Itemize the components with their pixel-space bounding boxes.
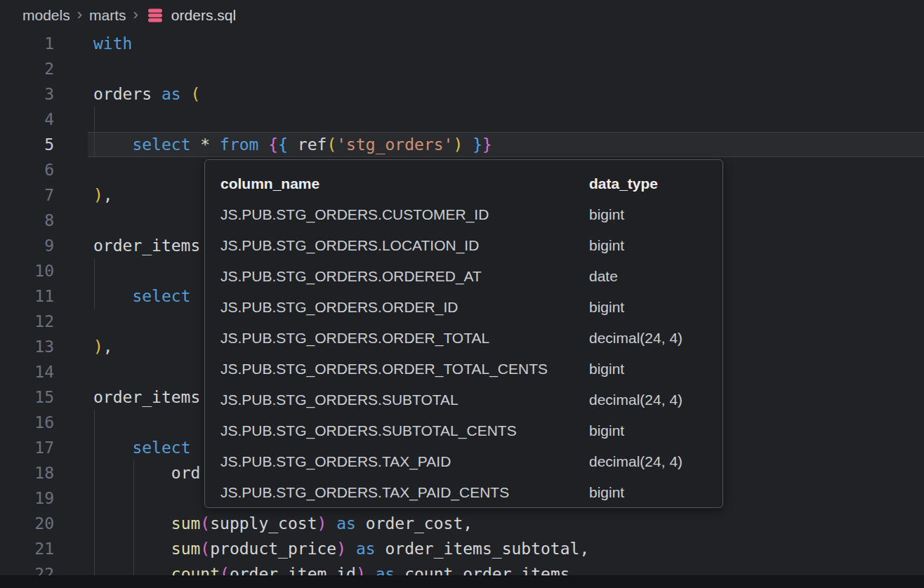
line-number: 11 (0, 283, 54, 309)
line-number: 14 (0, 359, 54, 385)
column-name-cell: JS.PUB.STG_ORDERS.CUSTOMER_ID (220, 206, 589, 223)
indent-guide (133, 486, 134, 511)
code-text[interactable]: sum(product_price) as order_items_subtot… (93, 536, 589, 561)
database-icon (147, 7, 164, 24)
hover-table-header: column_name data_type (220, 168, 722, 199)
data-type-cell: decimal(24, 4) (589, 330, 722, 347)
line-number: 9 (0, 233, 54, 258)
code-line[interactable]: 20 sum(supply_cost) as order_cost, (0, 511, 924, 536)
line-number: 19 (0, 486, 54, 511)
indent-guide (94, 107, 95, 132)
column-name-cell: JS.PUB.STG_ORDERS.SUBTOTAL (220, 392, 589, 408)
code-text[interactable]: order_items (93, 233, 200, 258)
bottom-panel-edge (0, 575, 924, 588)
column-name-cell: JS.PUB.STG_ORDERS.LOCATION_ID (220, 237, 589, 254)
code-text[interactable]: sum(supply_cost) as order_cost, (93, 511, 473, 536)
line-number: 6 (0, 157, 54, 182)
code-text[interactable]: orders as ( (93, 81, 200, 107)
line-number: 1 (0, 31, 54, 56)
line-number: 3 (0, 81, 54, 107)
line-number: 5 (0, 132, 54, 157)
column-name-cell: JS.PUB.STG_ORDERS.SUBTOTAL_CENTS (220, 422, 589, 439)
line-number: 7 (0, 182, 54, 208)
line-number: 15 (0, 385, 54, 410)
code-line[interactable]: 3orders as ( (0, 81, 924, 107)
column-name-cell: JS.PUB.STG_ORDERS.ORDER_ID (220, 299, 589, 316)
code-line[interactable]: 4 (0, 107, 924, 132)
line-number: 2 (0, 56, 54, 81)
data-type-cell: bigint (589, 484, 722, 501)
data-type-cell: bigint (589, 206, 722, 223)
indent-guide (94, 410, 95, 435)
line-number: 10 (0, 258, 54, 283)
code-line[interactable]: 2 (0, 56, 924, 81)
hover-table-row: JS.PUB.STG_ORDERS.ORDER_TOTALdecimal(24,… (220, 323, 722, 354)
line-number: 12 (0, 309, 54, 334)
chevron-right-icon: › (77, 7, 83, 25)
breadcrumb: models › marts › orders.sql (0, 0, 924, 31)
breadcrumb-item-marts[interactable]: marts (89, 7, 126, 24)
data-type-cell: decimal(24, 4) (589, 392, 722, 408)
code-text[interactable]: order_items (93, 385, 200, 410)
code-text[interactable]: ord (93, 460, 200, 486)
indent-guide (94, 258, 95, 283)
column-name-cell: JS.PUB.STG_ORDERS.TAX_PAID_CENTS (220, 484, 589, 501)
code-line[interactable]: 1with (0, 31, 924, 56)
line-number: 20 (0, 511, 54, 536)
line-number: 18 (0, 460, 54, 486)
data-type-cell: bigint (589, 237, 722, 254)
data-type-cell: decimal(24, 4) (589, 453, 722, 470)
breadcrumb-item-models[interactable]: models (22, 7, 70, 24)
hover-table-row: JS.PUB.STG_ORDERS.LOCATION_IDbigint (220, 230, 722, 261)
hover-table-row: JS.PUB.STG_ORDERS.SUBTOTALdecimal(24, 4) (220, 385, 722, 415)
hover-table-popup: column_name data_type JS.PUB.STG_ORDERS.… (204, 159, 723, 508)
hover-table-row: JS.PUB.STG_ORDERS.TAX_PAIDdecimal(24, 4) (220, 446, 722, 477)
hover-table-row: JS.PUB.STG_ORDERS.ORDERED_ATdate (220, 261, 722, 292)
code-text[interactable]: with (93, 31, 132, 56)
code-line[interactable]: 21 sum(product_price) as order_items_sub… (0, 536, 924, 561)
line-number: 21 (0, 536, 54, 561)
code-text[interactable]: select (93, 283, 190, 309)
hover-table-row: JS.PUB.STG_ORDERS.ORDER_IDbigint (220, 292, 722, 323)
hover-table-row: JS.PUB.STG_ORDERS.ORDER_TOTAL_CENTSbigin… (220, 354, 722, 385)
hover-table-header-column-name: column_name (220, 175, 589, 192)
line-number: 4 (0, 107, 54, 132)
chevron-right-icon: › (133, 7, 139, 25)
data-type-cell: bigint (589, 422, 722, 439)
indent-guide (94, 486, 95, 511)
column-name-cell: JS.PUB.STG_ORDERS.ORDER_TOTAL_CENTS (220, 361, 589, 377)
hover-table-header-data-type: data_type (589, 175, 722, 192)
code-text[interactable]: ), (93, 182, 113, 208)
code-text[interactable]: ), (93, 334, 113, 359)
code-text[interactable]: select * from {{ ref('stg_orders') }} (93, 132, 492, 157)
line-number: 17 (0, 435, 54, 460)
line-number: 8 (0, 208, 54, 233)
hover-table-row: JS.PUB.STG_ORDERS.TAX_PAID_CENTSbigint (220, 477, 722, 508)
line-number: 13 (0, 334, 54, 359)
data-type-cell: bigint (589, 361, 722, 377)
data-type-cell: date (589, 268, 722, 285)
column-name-cell: JS.PUB.STG_ORDERS.ORDER_TOTAL (220, 330, 589, 347)
column-name-cell: JS.PUB.STG_ORDERS.ORDERED_AT (220, 268, 589, 285)
hover-table-row: JS.PUB.STG_ORDERS.CUSTOMER_IDbigint (220, 199, 722, 230)
code-line[interactable]: 5 select * from {{ ref('stg_orders') }} (0, 132, 924, 157)
hover-table-row: JS.PUB.STG_ORDERS.SUBTOTAL_CENTSbigint (220, 415, 722, 446)
line-number: 16 (0, 410, 54, 435)
column-name-cell: JS.PUB.STG_ORDERS.TAX_PAID (220, 453, 589, 470)
data-type-cell: bigint (589, 299, 722, 316)
breadcrumb-file-name[interactable]: orders.sql (171, 7, 236, 24)
code-text[interactable]: select (93, 435, 190, 460)
